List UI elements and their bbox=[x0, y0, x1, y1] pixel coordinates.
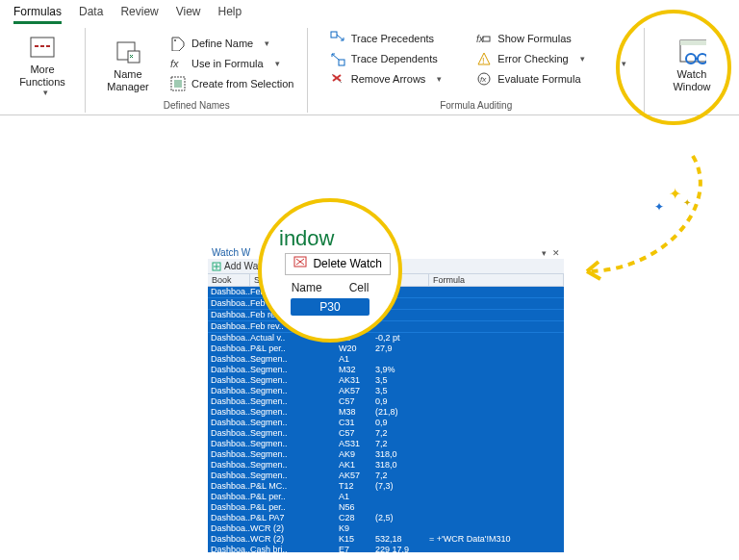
watch-row[interactable]: Dashboa...P&L per..W2027,9 bbox=[208, 344, 564, 354]
zoom-highlight-cell: P30 bbox=[291, 298, 369, 316]
watch-row[interactable]: Dashboa...Segmen..M323,9% bbox=[208, 365, 564, 375]
callout-arrow bbox=[568, 137, 731, 291]
error-checking-button[interactable]: ! Error Checking ▾ bbox=[472, 50, 588, 67]
svg-text:!: ! bbox=[482, 56, 485, 65]
remove-arrows-label: Remove Arrows bbox=[351, 73, 426, 85]
show-formulas-button[interactable]: fx Show Formulas bbox=[472, 30, 588, 47]
trace-precedents-icon bbox=[330, 31, 345, 46]
svg-rect-10 bbox=[331, 32, 337, 38]
watch-row[interactable]: Dashboa...Segmen..M38(21,8) bbox=[208, 407, 564, 418]
tab-help[interactable]: Help bbox=[218, 2, 242, 24]
svg-rect-5 bbox=[128, 51, 140, 63]
tab-data[interactable]: Data bbox=[79, 2, 103, 24]
col-book[interactable]: Book bbox=[208, 274, 250, 286]
add-icon bbox=[212, 262, 221, 271]
name-manager-icon bbox=[114, 38, 142, 65]
zoom-delete-watch-label: Delete Watch bbox=[313, 257, 382, 270]
watch-row[interactable]: Dashboa...Cash bri..E7229 17,9 bbox=[208, 545, 564, 552]
ribbon-groups: More Functions ▾ Name Manager bbox=[0, 24, 739, 113]
svg-rect-9 bbox=[174, 80, 182, 88]
chevron-down-icon: ▾ bbox=[437, 74, 442, 84]
show-formulas-icon: fx bbox=[476, 31, 492, 46]
evaluate-formula-button[interactable]: fx Evaluate Formula bbox=[472, 70, 588, 88]
svg-text:fx: fx bbox=[170, 58, 179, 69]
watch-row[interactable]: Dashboa...Segmen..C310,9 bbox=[208, 418, 564, 428]
evaluate-formula-label: Evaluate Formula bbox=[497, 73, 580, 85]
group-watch-window: Watch Window bbox=[645, 28, 739, 113]
group-defined-names: Name Manager Define Name ▾ fx Us bbox=[86, 28, 308, 113]
more-functions-icon bbox=[28, 34, 57, 61]
name-manager-button[interactable]: Name Manager bbox=[95, 35, 161, 92]
watch-row[interactable]: Dashboa...Segmen..AK577,2 bbox=[208, 471, 564, 481]
trace-dependents-label: Trace Dependents bbox=[351, 53, 438, 64]
remove-arrows-button[interactable]: Remove Arrows ▾ bbox=[326, 70, 446, 88]
watch-row[interactable]: Dashboa...Segmen..A1 bbox=[208, 354, 564, 365]
watch-row[interactable]: Dashboa...Segmen..AK1318,0 bbox=[208, 460, 564, 471]
more-functions-label: More Functions bbox=[19, 64, 65, 88]
delete-icon bbox=[293, 256, 307, 272]
col-formula[interactable]: Formula bbox=[429, 274, 564, 286]
watch-row[interactable]: Dashboa...Segmen..C570,9 bbox=[208, 396, 564, 407]
svg-rect-18 bbox=[680, 40, 706, 45]
chevron-down-icon: ▾ bbox=[43, 88, 48, 97]
group-function-library: More Functions ▾ bbox=[0, 28, 86, 113]
error-checking-icon: ! bbox=[476, 51, 492, 66]
watch-window-title: Watch W bbox=[212, 247, 250, 258]
watch-row[interactable]: Dashboa...Segmen..C577,2 bbox=[208, 428, 564, 439]
group-label-empty bbox=[41, 100, 44, 111]
use-in-formula-button[interactable]: fx Use in Formula ▾ bbox=[166, 55, 297, 72]
watch-row[interactable]: Dashboa...P&L per..N56 bbox=[208, 502, 564, 513]
group-formula-auditing: Trace Precedents Trace Dependents Remove… bbox=[308, 28, 645, 113]
trace-precedents-label: Trace Precedents bbox=[351, 33, 434, 44]
tag-icon bbox=[170, 36, 186, 51]
watch-row[interactable]: Dashboa...WCR (2)K9 bbox=[208, 523, 564, 534]
more-functions-button[interactable]: More Functions ▾ bbox=[10, 30, 75, 98]
trace-precedents-button[interactable]: Trace Precedents bbox=[326, 30, 446, 47]
chevron-down-icon: ▾ bbox=[275, 59, 280, 68]
evaluate-formula-icon: fx bbox=[476, 71, 492, 87]
svg-rect-2 bbox=[40, 45, 44, 47]
watch-window-button[interactable]: Watch Window bbox=[654, 35, 729, 92]
show-formulas-label: Show Formulas bbox=[497, 33, 571, 44]
remove-arrows-icon bbox=[330, 71, 345, 87]
watch-row[interactable]: Dashboa...P&L per..A1 bbox=[208, 492, 564, 502]
zoom-delete-watch-button[interactable]: Delete Watch bbox=[285, 253, 391, 275]
svg-rect-1 bbox=[35, 45, 38, 47]
sparkle-icon: ✦ bbox=[683, 197, 691, 208]
watch-row[interactable]: Dashboa...WCR (2)K15532,18= +'WCR Data'!… bbox=[208, 534, 564, 545]
group-label-formula-auditing: Formula Auditing bbox=[440, 100, 512, 111]
tab-strip: Formulas Data Review View Help bbox=[0, 0, 739, 24]
zoom-col-cell: Cell bbox=[349, 281, 370, 294]
use-in-formula-label: Use in Formula bbox=[191, 58, 264, 69]
fx-icon: fx bbox=[170, 56, 186, 71]
tab-review[interactable]: Review bbox=[120, 2, 158, 24]
create-from-selection-button[interactable]: Create from Selection bbox=[166, 75, 297, 92]
sparkle-icon: ✦ bbox=[669, 185, 681, 203]
watch-row[interactable]: Dashboa...Segmen..AS317,2 bbox=[208, 439, 564, 449]
name-manager-label: Name Manager bbox=[107, 68, 148, 92]
svg-point-6 bbox=[174, 39, 176, 41]
zoom-title-fragment: indow bbox=[279, 226, 334, 251]
sparkle-icon: ✦ bbox=[654, 200, 664, 214]
svg-text:fx: fx bbox=[480, 75, 487, 84]
watch-row[interactable]: Dashboa...Segmen..AK573,5 bbox=[208, 386, 564, 396]
chevron-down-icon: ▾ bbox=[265, 38, 269, 48]
close-icon[interactable]: ✕ bbox=[552, 248, 560, 258]
watch-row[interactable]: Dashboa...P&L MC..T12(7,3) bbox=[208, 481, 564, 492]
define-name-label: Define Name bbox=[191, 38, 253, 49]
watch-row[interactable]: Dashboa...Segmen..AK9318,0 bbox=[208, 449, 564, 460]
watch-row[interactable]: Dashboa...Segmen..AK313,5 bbox=[208, 375, 564, 386]
trace-dependents-button[interactable]: Trace Dependents bbox=[326, 50, 446, 67]
tab-view[interactable]: View bbox=[176, 2, 201, 24]
error-checking-label: Error Checking bbox=[497, 53, 568, 64]
zoom-col-name: Name bbox=[292, 281, 322, 294]
chevron-down-icon[interactable]: ▾ bbox=[622, 59, 626, 68]
trace-dependents-icon bbox=[330, 51, 345, 66]
ribbon: Formulas Data Review View Help More Func… bbox=[0, 0, 739, 115]
tab-formulas[interactable]: Formulas bbox=[13, 2, 62, 24]
group-label-defined-names: Defined Names bbox=[164, 100, 230, 111]
group-label-empty2 bbox=[691, 100, 694, 111]
dropdown-icon[interactable]: ▾ bbox=[542, 248, 547, 258]
watch-row[interactable]: Dashboa...P&L PA7C28(2,5) bbox=[208, 513, 564, 523]
define-name-button[interactable]: Define Name ▾ bbox=[166, 35, 297, 52]
